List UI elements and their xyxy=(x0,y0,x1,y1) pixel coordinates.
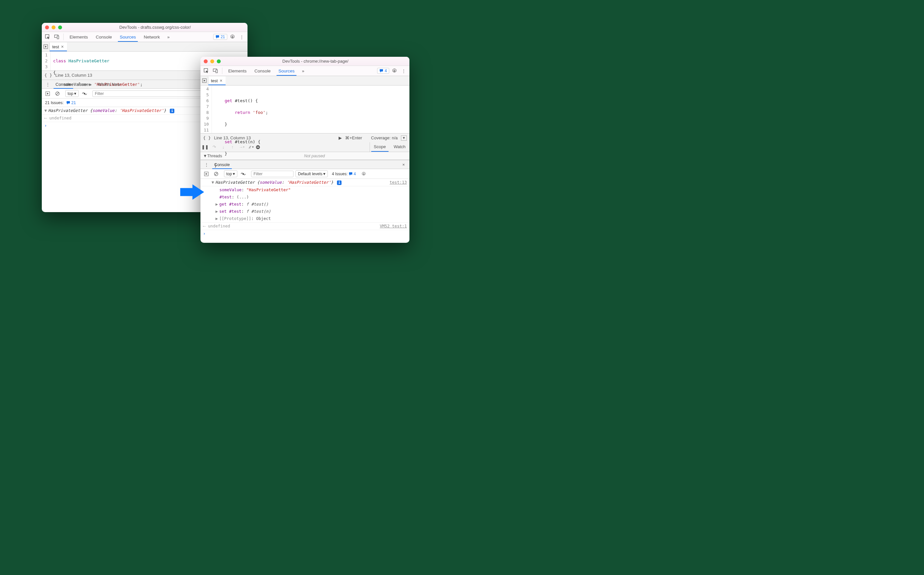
drawer-whatsnew-tab[interactable]: What's New xyxy=(94,80,123,89)
svg-rect-15 xyxy=(257,146,258,148)
step-icon[interactable]: →• xyxy=(237,145,246,149)
device-toggle-icon[interactable] xyxy=(212,67,219,75)
svg-rect-2 xyxy=(57,36,59,39)
maximize-window-button[interactable] xyxy=(217,59,221,63)
console-output[interactable]: ▼ HasPrivateGetter {someValue: 'HasPriva… xyxy=(200,179,409,237)
tab-elements[interactable]: Elements xyxy=(225,67,250,75)
run-snippet-icon[interactable] xyxy=(200,77,208,84)
drawer-console-tab[interactable]: Console xyxy=(211,160,233,169)
run-snippet-icon[interactable] xyxy=(42,43,49,51)
close-drawer-icon[interactable]: × xyxy=(400,160,407,168)
svg-point-21 xyxy=(363,173,364,175)
info-icon[interactable]: i xyxy=(170,109,174,113)
watch-tab[interactable]: Watch xyxy=(390,142,409,152)
svg-rect-11 xyxy=(216,70,218,73)
kebab-menu-icon[interactable]: ⋮ xyxy=(400,67,407,75)
close-tab-icon[interactable]: × xyxy=(220,78,223,83)
settings-icon[interactable] xyxy=(391,67,398,75)
more-tabs-icon[interactable]: » xyxy=(299,67,307,75)
window-titlebar: DevTools - chrome://new-tab-page/ xyxy=(200,57,409,66)
line-gutter: 4 5 6 7 8 9 10 11 xyxy=(200,86,212,133)
step-into-icon[interactable]: ↓ xyxy=(219,145,228,149)
close-window-button[interactable] xyxy=(204,59,208,63)
main-toolbar: Elements Console Sources » 4 ⋮ xyxy=(200,66,409,76)
close-window-button[interactable] xyxy=(45,25,49,29)
cursor-position: Line 13, Column 13 xyxy=(55,73,92,78)
pause-icon[interactable]: ❚❚ xyxy=(200,145,210,149)
kebab-menu-icon[interactable]: ⋮ xyxy=(44,80,52,88)
drawer-console-tab[interactable]: Console xyxy=(52,80,75,89)
live-expression-icon[interactable] xyxy=(81,90,89,98)
clear-console-icon[interactable] xyxy=(212,170,220,178)
svg-point-8 xyxy=(84,93,86,94)
prompt-icon: › xyxy=(203,230,206,237)
drawer-issues-tab[interactable]: Issues xyxy=(75,80,94,89)
svg-line-7 xyxy=(56,92,59,95)
minimize-window-button[interactable] xyxy=(52,25,56,29)
clear-console-icon[interactable] xyxy=(54,90,61,98)
deactivate-breakpoints-icon[interactable]: ⫽• xyxy=(246,145,255,149)
inspect-icon[interactable] xyxy=(202,67,210,75)
pretty-print-icon[interactable]: { } xyxy=(203,135,211,140)
play-icon[interactable]: ▶ xyxy=(339,135,342,140)
filter-input[interactable] xyxy=(251,171,294,177)
svg-line-19 xyxy=(215,173,218,175)
console-settings-icon[interactable] xyxy=(360,170,367,178)
main-toolbar: Elements Console Sources Network » 21 ⋮ xyxy=(42,32,248,42)
line-gutter: 1 2 3 xyxy=(42,52,51,70)
window-titlebar: DevTools - drafts.csswg.org/css-color/ xyxy=(42,23,248,32)
settings-icon[interactable] xyxy=(229,33,236,41)
kebab-menu-icon[interactable]: ⋮ xyxy=(202,160,210,168)
cursor-position: Line 13, Column 13 xyxy=(214,135,251,140)
toggle-sidebar-icon[interactable] xyxy=(202,170,210,178)
scope-tab[interactable]: Scope xyxy=(370,142,390,152)
issues-badge[interactable]: 4 xyxy=(377,68,389,74)
inspect-icon[interactable] xyxy=(44,33,52,41)
pretty-print-icon[interactable]: { } xyxy=(45,73,52,78)
info-icon[interactable]: i xyxy=(337,181,342,185)
tab-console[interactable]: Console xyxy=(251,67,274,75)
svg-point-20 xyxy=(243,173,244,175)
file-tabs-bar: test × xyxy=(200,76,409,86)
source-link[interactable]: test:13 xyxy=(390,179,407,186)
close-tab-icon[interactable]: × xyxy=(61,44,64,49)
minimize-window-button[interactable] xyxy=(210,59,214,63)
tab-sources[interactable]: Sources xyxy=(116,33,139,41)
prompt-icon: › xyxy=(45,122,47,129)
code-editor[interactable]: 4 5 6 7 8 9 10 11 get #test() { return '… xyxy=(200,86,409,133)
svg-rect-16 xyxy=(258,146,259,148)
arrow-annotation xyxy=(180,184,205,201)
toggle-sidebar-icon[interactable] xyxy=(44,90,52,98)
collapse-icon[interactable]: ▼ xyxy=(401,135,407,141)
context-selector[interactable]: top ▾ xyxy=(224,170,237,177)
maximize-window-button[interactable] xyxy=(58,25,62,29)
pause-exceptions-icon[interactable] xyxy=(255,145,264,150)
svg-point-14 xyxy=(256,145,260,149)
more-tabs-icon[interactable]: » xyxy=(165,33,172,41)
step-over-icon[interactable]: ↷ xyxy=(210,145,219,149)
drawer-tabs: ⋮ Console × xyxy=(200,160,409,169)
file-tabs-bar: test × xyxy=(42,42,248,52)
levels-selector[interactable]: Default levels ▾ xyxy=(296,170,328,177)
tab-sources[interactable]: Sources xyxy=(275,67,298,75)
file-tab[interactable]: test × xyxy=(208,76,226,85)
step-out-icon[interactable]: ↑ xyxy=(228,145,237,149)
coverage-status[interactable]: Coverage: n/a xyxy=(371,135,398,140)
issues-badge[interactable]: 21 xyxy=(213,34,227,40)
context-selector[interactable]: top ▾ xyxy=(65,90,79,97)
kebab-menu-icon[interactable]: ⋮ xyxy=(238,33,245,41)
window-title: DevTools - chrome://new-tab-page/ xyxy=(225,59,406,64)
svg-point-12 xyxy=(394,70,395,71)
source-link[interactable]: VM52 test:1 xyxy=(380,223,407,229)
tab-elements[interactable]: Elements xyxy=(66,33,91,41)
tab-network[interactable]: Network xyxy=(140,33,163,41)
device-toggle-icon[interactable] xyxy=(53,33,61,41)
svg-point-3 xyxy=(232,36,233,38)
tab-console[interactable]: Console xyxy=(92,33,115,41)
file-tab[interactable]: test × xyxy=(49,43,67,51)
window-title: DevTools - drafts.csswg.org/css-color/ xyxy=(66,25,244,30)
issues-link[interactable]: 4 Issues: 4 xyxy=(332,172,356,176)
live-expression-icon[interactable] xyxy=(239,170,247,178)
